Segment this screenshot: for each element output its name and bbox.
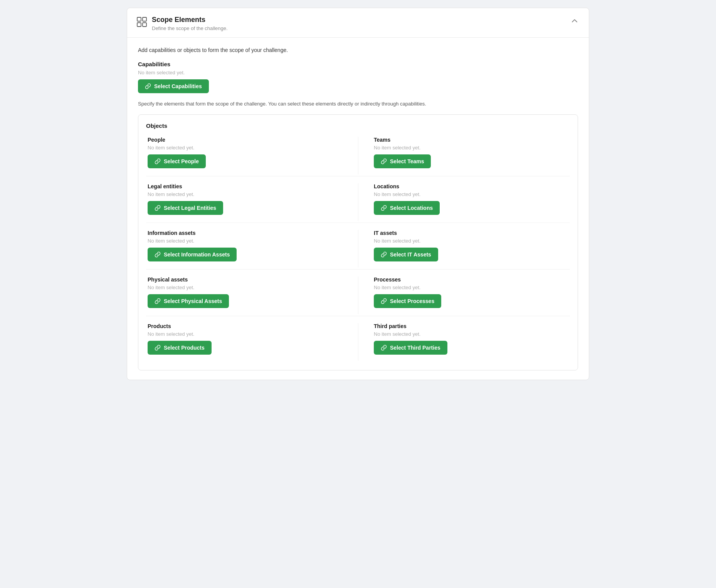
object-cell: Legal entitiesNo item selected yet.Selec…: [146, 183, 358, 221]
object-cell: Physical assetsNo item selected yet.Sele…: [146, 276, 358, 314]
object-row: PeopleNo item selected yet.Select People…: [146, 137, 570, 176]
button-label: Select IT Assets: [390, 251, 431, 258]
object-no-item: No item selected yet.: [148, 238, 350, 244]
object-no-item: No item selected yet.: [148, 191, 350, 197]
object-name: Locations: [374, 183, 562, 189]
object-no-item: No item selected yet.: [148, 331, 350, 337]
button-label: Select Legal Entities: [164, 205, 216, 211]
button-label: Select Third Parties: [390, 345, 440, 351]
object-no-item: No item selected yet.: [374, 145, 562, 151]
link-icon: [155, 345, 161, 351]
link-icon: [381, 205, 387, 211]
select-information-assets-button[interactable]: Select Information Assets: [148, 248, 237, 261]
select-people-button[interactable]: Select People: [148, 154, 206, 168]
button-label: Select Physical Assets: [164, 298, 222, 304]
page-title: Scope Elements: [152, 16, 228, 24]
button-label: Select Teams: [390, 158, 424, 164]
object-no-item: No item selected yet.: [374, 238, 562, 244]
object-row: Information assetsNo item selected yet.S…: [146, 223, 570, 269]
object-name: Processes: [374, 276, 562, 283]
content-section: Add capabilities or objects to form the …: [127, 38, 589, 380]
object-cell: IT assetsNo item selected yet.Select IT …: [358, 230, 570, 268]
object-name: Physical assets: [148, 276, 350, 283]
link-icon: [381, 345, 387, 351]
select-teams-button[interactable]: Select Teams: [374, 154, 431, 168]
header-title-group: Scope Elements Define the scope of the c…: [152, 16, 228, 31]
link-icon: [155, 158, 161, 164]
object-name: Information assets: [148, 230, 350, 236]
select-legal-entities-button[interactable]: Select Legal Entities: [148, 201, 223, 215]
link-icon: [381, 298, 387, 304]
objects-grid: PeopleNo item selected yet.Select People…: [146, 137, 570, 362]
object-no-item: No item selected yet.: [148, 285, 350, 290]
select-capabilities-button[interactable]: Select Capabilities: [138, 79, 209, 93]
header-left: Scope Elements Define the scope of the c…: [136, 16, 228, 31]
capabilities-label: Capabilities: [138, 61, 578, 67]
select-products-button[interactable]: Select Products: [148, 341, 212, 355]
link-icon: [381, 158, 387, 164]
capabilities-no-item: No item selected yet.: [138, 70, 578, 75]
intro-text: Add capabilities or objects to form the …: [138, 47, 578, 53]
objects-title: Objects: [146, 122, 570, 129]
link-icon: [145, 83, 151, 89]
link-icon: [155, 205, 161, 211]
specify-text: Specify the elements that form the scope…: [138, 101, 578, 107]
object-name: Third parties: [374, 323, 562, 329]
object-row: Physical assetsNo item selected yet.Sele…: [146, 269, 570, 316]
page-subtitle: Define the scope of the challenge.: [152, 25, 228, 31]
select-it-assets-button[interactable]: Select IT Assets: [374, 248, 438, 261]
object-row: ProductsNo item selected yet.Select Prod…: [146, 316, 570, 362]
link-icon: [155, 298, 161, 304]
object-cell: LocationsNo item selected yet.Select Loc…: [358, 183, 570, 221]
select-capabilities-label: Select Capabilities: [154, 83, 202, 89]
object-row: Legal entitiesNo item selected yet.Selec…: [146, 176, 570, 223]
button-label: Select Products: [164, 345, 205, 351]
select-processes-button[interactable]: Select Processes: [374, 294, 441, 308]
object-no-item: No item selected yet.: [374, 331, 562, 337]
object-cell: Information assetsNo item selected yet.S…: [146, 230, 358, 268]
button-label: Select People: [164, 158, 199, 164]
link-icon: [381, 251, 387, 258]
select-locations-button[interactable]: Select Locations: [374, 201, 440, 215]
object-no-item: No item selected yet.: [374, 191, 562, 197]
object-no-item: No item selected yet.: [148, 145, 350, 151]
link-icon: [155, 251, 161, 258]
svg-rect-0: [137, 17, 141, 21]
select-third-parties-button[interactable]: Select Third Parties: [374, 341, 447, 355]
select-physical-assets-button[interactable]: Select Physical Assets: [148, 294, 229, 308]
objects-container: Objects PeopleNo item selected yet.Selec…: [138, 114, 578, 370]
svg-rect-3: [143, 23, 146, 27]
capabilities-section: Capabilities No item selected yet. Selec…: [138, 61, 578, 93]
object-name: People: [148, 137, 350, 143]
page-container: Scope Elements Define the scope of the c…: [127, 8, 589, 380]
button-label: Select Processes: [390, 298, 434, 304]
object-no-item: No item selected yet.: [374, 285, 562, 290]
object-cell: PeopleNo item selected yet.Select People: [146, 137, 358, 174]
scope-icon: [136, 17, 147, 29]
object-name: Legal entities: [148, 183, 350, 189]
svg-rect-1: [143, 17, 146, 21]
button-label: Select Locations: [390, 205, 433, 211]
object-name: IT assets: [374, 230, 562, 236]
object-name: Teams: [374, 137, 562, 143]
header-section: Scope Elements Define the scope of the c…: [127, 8, 589, 38]
button-label: Select Information Assets: [164, 251, 230, 258]
object-name: Products: [148, 323, 350, 329]
object-cell: TeamsNo item selected yet.Select Teams: [358, 137, 570, 174]
svg-rect-2: [137, 23, 141, 27]
object-cell: Third partiesNo item selected yet.Select…: [358, 323, 570, 361]
collapse-icon[interactable]: [570, 16, 580, 27]
object-cell: ProcessesNo item selected yet.Select Pro…: [358, 276, 570, 314]
object-cell: ProductsNo item selected yet.Select Prod…: [146, 323, 358, 361]
